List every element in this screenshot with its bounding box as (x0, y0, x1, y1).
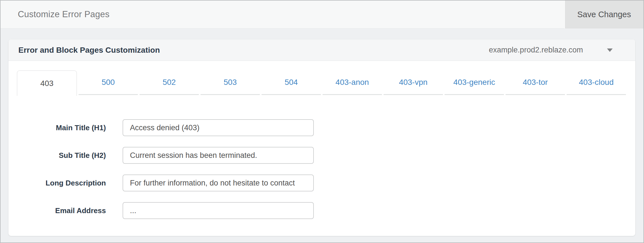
chevron-down-icon (607, 48, 613, 52)
tab-504[interactable]: 504 (262, 70, 321, 95)
email-address-input[interactable] (123, 202, 314, 219)
sub-title-h2-input[interactable] (123, 147, 314, 164)
form-row-sub-title-h2: Sub Title (H2) (8, 147, 635, 164)
tab-403[interactable]: 403 (17, 70, 77, 96)
tab-403-anon[interactable]: 403-anon (323, 70, 382, 95)
error-page-tabs: 403500502503504403-anon403-vpn403-generi… (17, 70, 626, 96)
form-row-email-address: Email Address (8, 202, 635, 219)
tab-403-generic[interactable]: 403-generic (445, 70, 504, 95)
site-domain-dropdown[interactable]: example.prod2.reblaze.com (489, 46, 635, 54)
error-page-form: Main Title (H1)Sub Title (H2)Long Descri… (8, 96, 635, 219)
long-description-label: Long Description (8, 179, 106, 187)
sub-title-h2-label: Sub Title (H2) (8, 151, 106, 160)
page-title: Customize Error Pages (18, 9, 110, 19)
form-row-main-title-h1: Main Title (H1) (8, 119, 635, 136)
long-description-input[interactable] (123, 174, 314, 191)
tab-403-cloud[interactable]: 403-cloud (567, 70, 626, 95)
tab-503[interactable]: 503 (201, 70, 260, 95)
panel-title: Error and Block Pages Customization (18, 46, 160, 55)
top-header: Customize Error Pages Save Changes (1, 1, 643, 28)
save-changes-button[interactable]: Save Changes (564, 1, 643, 28)
page: Customize Error Pages Save Changes Error… (0, 0, 644, 243)
tab-502[interactable]: 502 (140, 70, 199, 95)
form-fields: Main Title (H1)Sub Title (H2)Long Descri… (8, 119, 635, 219)
email-address-label: Email Address (8, 206, 106, 215)
tab-403-vpn[interactable]: 403-vpn (384, 70, 443, 95)
site-domain-value: example.prod2.reblaze.com (489, 46, 583, 54)
error-pages-panel: Error and Block Pages Customization exam… (8, 39, 635, 236)
main-title-h1-input[interactable] (123, 119, 314, 136)
panel-header: Error and Block Pages Customization exam… (8, 39, 635, 61)
tab-500[interactable]: 500 (79, 70, 138, 95)
tab-403-tor[interactable]: 403-tor (506, 70, 565, 95)
form-row-long-description: Long Description (8, 174, 635, 191)
main-title-h1-label: Main Title (H1) (8, 123, 106, 132)
